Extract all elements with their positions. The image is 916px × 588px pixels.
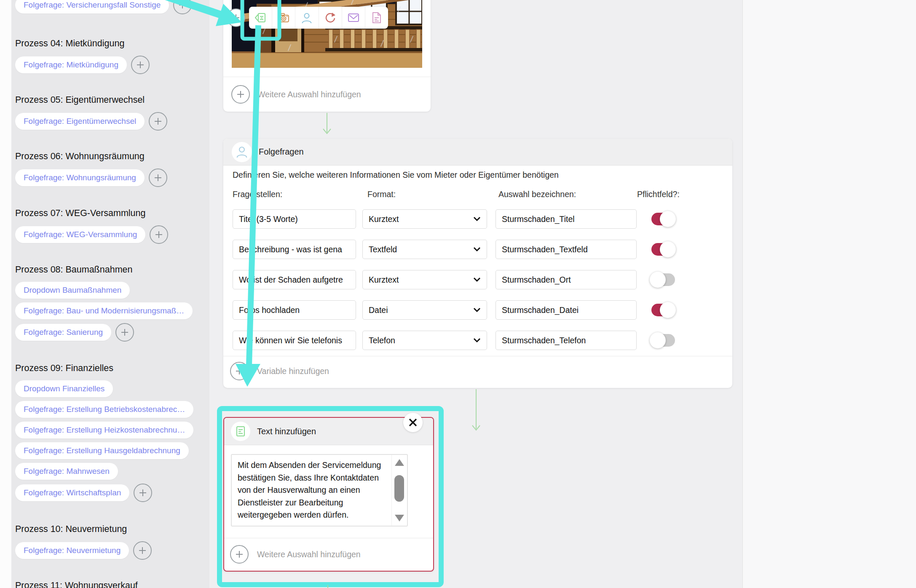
question-row: Textfeld (223, 240, 732, 259)
variable-input[interactable] (495, 240, 637, 259)
format-value: Textfeld (369, 245, 397, 254)
sidebar-item-dropdown-finanzielles[interactable]: Dropdown Finanzielles (15, 380, 113, 397)
process-sidebar: Folgefrage: Versicherungsfall Sonstige P… (11, 0, 209, 588)
tool-redo[interactable] (319, 7, 342, 29)
person-icon (236, 146, 248, 158)
right-side-panel (742, 0, 916, 588)
text-block-icon (235, 425, 246, 437)
tool-text-block[interactable] (249, 7, 272, 29)
sidebar-section-prozess-11: Prozess 11: Wohnungsverkauf (15, 579, 205, 588)
add-more-selection-label: Weitere Auswahl hinzufügen (257, 90, 361, 99)
sidebar-item-eigentuemerwechsel[interactable]: Folgefrage: Eigentümerwechsel (15, 113, 145, 130)
add-variable-button[interactable] (230, 362, 249, 380)
sidebar-item-wirtschaftsplan[interactable]: Folgefrage: Wirtschaftsplan (15, 484, 129, 501)
variable-input[interactable] (495, 331, 637, 350)
question-input[interactable] (233, 331, 356, 350)
tool-document[interactable] (365, 7, 388, 29)
section-title: Prozess 06: Wohnungsräumung (15, 150, 205, 163)
sidebar-section-prozess-06: Prozess 06: Wohnungsräumung Folgefrage: … (15, 150, 205, 191)
required-toggle[interactable] (651, 270, 683, 289)
tool-person[interactable] (295, 7, 319, 29)
followup-card-title: Folgefragen (259, 147, 304, 157)
question-input[interactable] (233, 209, 356, 229)
required-toggle[interactable] (651, 209, 683, 229)
format-select[interactable]: Textfeld (362, 240, 487, 259)
close-button[interactable] (403, 413, 423, 432)
sidebar-item-neuvermietung[interactable]: Folgefrage: Neuvermietung (15, 542, 129, 559)
sidebar-item-hausgeldabrechnung[interactable]: Folgefrage: Erstellung Hausgeldabrechnun… (15, 442, 189, 459)
sidebar-orphan-row: Folgefrage: Versicherungsfall Sonstige (15, 0, 205, 18)
toggle-thumb (660, 241, 676, 257)
tool-camera[interactable] (272, 7, 295, 29)
add-more-selection-button[interactable] (231, 85, 250, 104)
toggle-thumb (660, 302, 676, 318)
sidebar-item-wohnungsraeumung[interactable]: Folgefrage: Wohnungsräumung (15, 169, 145, 186)
sidebar-item-bau-modernisierung[interactable]: Folgefrage: Bau- und Modernisierungsmaß… (15, 302, 193, 319)
image-card-footer: Weitere Auswahl hinzufügen (223, 77, 431, 112)
sidebar-item-betriebskostenabrechnung[interactable]: Folgefrage: Erstellung Betriebskostenabr… (15, 401, 193, 418)
camera-icon (278, 12, 289, 23)
column-label-question: Frage stellen: (233, 190, 282, 199)
format-select[interactable]: Kurztext (362, 209, 487, 229)
sidebar-item-sanierung[interactable]: Folgefrage: Sanierung (15, 324, 111, 341)
plus-icon (154, 230, 163, 239)
question-row: Kurztext (223, 209, 732, 229)
question-input[interactable] (233, 300, 356, 320)
required-toggle[interactable] (651, 300, 683, 320)
question-input[interactable] (233, 270, 356, 289)
sidebar-item-versicherungsfall-sonstige[interactable]: Folgefrage: Versicherungsfall Sonstige (15, 0, 169, 13)
add-followup-button[interactable] (173, 0, 192, 14)
chevron-down-icon (473, 277, 481, 282)
variable-input[interactable] (495, 300, 637, 320)
required-toggle[interactable] (651, 331, 683, 350)
scroll-up-icon[interactable] (395, 459, 404, 466)
add-followup-button[interactable] (133, 541, 152, 560)
format-value: Kurztext (369, 275, 399, 285)
chevron-down-icon (473, 216, 481, 222)
chevron-down-icon (473, 338, 481, 343)
card-divider (224, 538, 433, 538)
node-connector-plus-button[interactable] (227, 8, 245, 27)
add-followup-button[interactable] (115, 323, 134, 342)
text-card-header: Text hinzufügen (224, 418, 433, 445)
variable-input[interactable] (495, 270, 637, 289)
question-input[interactable] (233, 240, 356, 259)
document-icon (372, 12, 382, 24)
format-select[interactable]: Datei (362, 300, 487, 320)
text-content-box[interactable]: Mit dem Absenden der Servicemeldung best… (231, 454, 408, 527)
followup-questions-card: Folgefragen Definieren Sie, welche weite… (223, 139, 732, 388)
scrollbar[interactable] (391, 455, 407, 526)
add-followup-button[interactable] (149, 168, 167, 187)
scroll-thumb[interactable] (394, 475, 404, 502)
plus-icon (178, 0, 187, 10)
followup-description: Definieren Sie, welche weiteren Informat… (233, 170, 559, 180)
text-content: Mit dem Absenden der Servicemeldung best… (232, 455, 393, 526)
add-more-selection-button[interactable] (230, 545, 249, 564)
format-select[interactable]: Kurztext (362, 270, 487, 289)
tool-mail[interactable] (342, 7, 365, 29)
variable-input[interactable] (495, 209, 637, 229)
left-edge-strip (0, 0, 11, 588)
add-followup-button[interactable] (149, 112, 167, 131)
format-value: Telefon (369, 336, 395, 345)
format-select[interactable]: Telefon (362, 331, 487, 350)
required-toggle[interactable] (651, 240, 683, 259)
scroll-down-icon[interactable] (395, 515, 404, 521)
sidebar-item-mietkuendigung[interactable]: Folgefrage: Mietkündigung (15, 56, 127, 73)
sidebar-item-weg-versammlung[interactable]: Folgefrage: WEG-Versammlung (15, 226, 145, 243)
plus-icon (136, 60, 145, 69)
sidebar-item-mahnwesen[interactable]: Folgefrage: Mahnwesen (15, 463, 118, 480)
add-followup-button[interactable] (134, 484, 152, 502)
chevron-down-icon (473, 247, 481, 252)
plus-icon (153, 173, 163, 182)
plus-icon (231, 13, 241, 22)
section-title: Prozess 04: Mietkündigung (15, 37, 205, 50)
sidebar-section-prozess-08: Prozess 08: Baumaßnahmen Dropdown Baumaß… (15, 263, 205, 345)
add-followup-button[interactable] (150, 225, 168, 244)
add-variable-row: Variable hinzufügen (230, 362, 329, 380)
sidebar-section-prozess-09: Prozess 09: Finanzielles Dropdown Finanz… (15, 362, 205, 506)
add-followup-button[interactable] (131, 56, 150, 74)
sidebar-item-heizkostenabrechnung[interactable]: Folgefrage: Erstellung Heizkostenabrechn… (15, 422, 193, 438)
text-block-circle-icon (231, 422, 250, 441)
sidebar-item-dropdown-baumassnahmen[interactable]: Dropdown Baumaßnahmen (15, 282, 130, 299)
